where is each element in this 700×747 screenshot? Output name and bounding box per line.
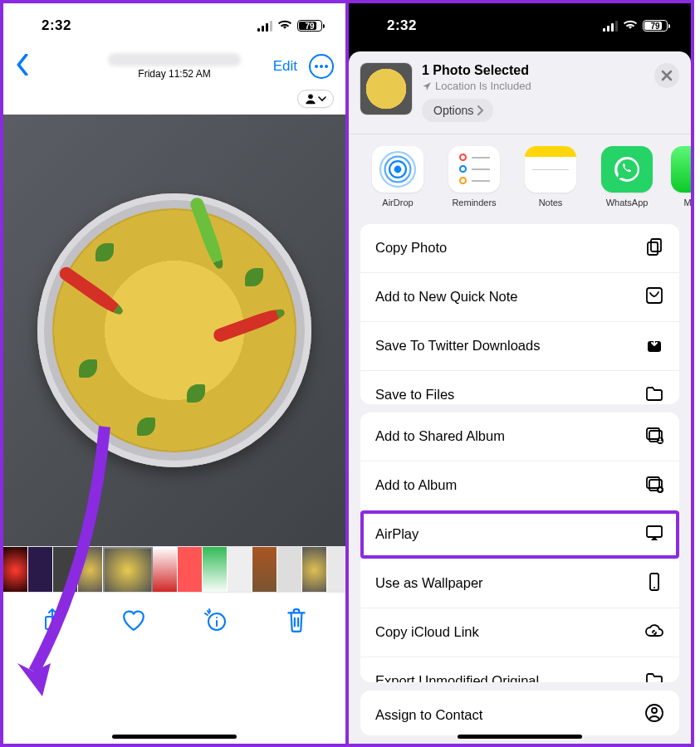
location-icon <box>422 81 432 91</box>
app-notes[interactable]: Notes <box>518 146 583 208</box>
status-indicators: 79 <box>603 18 668 33</box>
share-sheet-screen: 2:32 79 1 Photo Selected <box>347 0 694 747</box>
edit-button[interactable]: Edit <box>273 58 297 75</box>
svg-point-26 <box>652 708 657 713</box>
contact-icon <box>644 703 664 726</box>
folder-icon <box>644 670 664 683</box>
info-button[interactable] <box>203 608 228 632</box>
delete-button[interactable] <box>284 608 309 632</box>
svg-point-6 <box>394 165 402 173</box>
share-button[interactable] <box>40 608 65 632</box>
photo-nav-bar: Friday 11:52 AM Edit <box>3 48 345 85</box>
airplay-icon <box>644 523 664 546</box>
battery-icon: 79 <box>297 20 322 32</box>
home-indicator[interactable] <box>112 735 237 739</box>
album-add-icon <box>644 474 664 497</box>
action-export-orig[interactable]: Export Unmodified Original <box>360 657 679 683</box>
share-sheet-header: 1 Photo Selected Location Is Included Op… <box>349 51 691 130</box>
download-icon <box>644 334 664 358</box>
options-button[interactable]: Options <box>422 99 493 122</box>
app-whatsapp[interactable]: WhatsApp <box>595 146 659 208</box>
svg-point-24 <box>653 587 655 588</box>
battery-icon: 79 <box>643 20 668 32</box>
status-time: 2:32 <box>387 17 417 34</box>
cellular-icon <box>257 21 272 32</box>
phone-icon <box>644 572 664 595</box>
close-button[interactable] <box>654 63 679 88</box>
share-apps-row[interactable]: AirDrop Reminders Notes <box>349 134 691 216</box>
action-shared-album[interactable]: Add to Shared Album <box>360 413 679 461</box>
action-label: Copy Photo <box>375 240 447 256</box>
photo-content[interactable] <box>3 115 345 546</box>
svg-rect-22 <box>647 526 662 537</box>
thumbnail-strip[interactable] <box>3 546 345 593</box>
more-button[interactable] <box>309 54 334 79</box>
action-quick-note[interactable]: Add to New Quick Note <box>360 272 679 321</box>
quicknote-icon <box>644 286 664 309</box>
action-label: Add to Shared Album <box>375 428 505 444</box>
status-bar: 2:32 79 <box>3 3 345 48</box>
action-wallpaper[interactable]: Use as Wallpaper <box>360 559 679 608</box>
action-group-1: Copy PhotoAdd to New Quick NoteSave To T… <box>360 224 679 404</box>
people-tag-button[interactable] <box>297 90 334 108</box>
status-bar: 2:32 79 <box>349 3 691 48</box>
action-label: Save to Files <box>375 387 454 403</box>
action-save-files[interactable]: Save to Files <box>360 370 679 404</box>
action-label: Use as Wallpaper <box>375 575 483 591</box>
svg-rect-13 <box>647 288 662 303</box>
action-assign-contact[interactable]: Assign to Contact <box>360 691 679 735</box>
photo-toolbar <box>3 593 345 647</box>
app-reminders[interactable]: Reminders <box>442 146 507 208</box>
home-indicator[interactable] <box>458 735 582 739</box>
status-time: 2:32 <box>42 17 71 34</box>
folder-icon <box>644 383 664 404</box>
action-icloud-link[interactable]: Copy iCloud Link <box>360 608 679 657</box>
share-sheet-subtitle: Location Is Included <box>422 80 531 92</box>
action-label: Add to Album <box>375 477 457 493</box>
svg-rect-11 <box>651 239 661 251</box>
svg-point-3 <box>308 94 313 99</box>
photo-timestamp: Friday 11:52 AM <box>108 68 241 80</box>
app-airdrop[interactable]: AirDrop <box>365 146 430 208</box>
action-label: Assign to Contact <box>375 707 482 723</box>
action-group-2: Add to Shared AlbumAdd to AlbumAirPlayUs… <box>360 413 679 683</box>
photos-app-screen: 2:32 79 <box>0 0 347 747</box>
svg-point-18 <box>659 438 661 440</box>
svg-point-0 <box>315 65 318 68</box>
selected-photo-thumbnail <box>360 63 412 115</box>
action-add-album[interactable]: Add to Album <box>360 461 679 510</box>
action-airplay[interactable]: AirPlay <box>360 510 679 559</box>
action-label: AirPlay <box>375 526 419 542</box>
share-sheet: 1 Photo Selected Location Is Included Op… <box>349 51 691 744</box>
action-copy-photo[interactable]: Copy Photo <box>360 224 679 272</box>
redacted-title <box>108 53 241 66</box>
share-sheet-title: 1 Photo Selected <box>422 63 531 78</box>
svg-point-2 <box>325 65 328 68</box>
action-group-3: Assign to Contact <box>360 691 679 735</box>
action-label: Save To Twitter Downloads <box>375 338 540 354</box>
photo-title-area: Friday 11:52 AM <box>108 53 241 80</box>
action-label: Copy iCloud Link <box>375 624 479 640</box>
favorite-button[interactable] <box>121 608 146 632</box>
cellular-icon <box>603 21 618 32</box>
back-button[interactable] <box>15 54 30 79</box>
svg-point-1 <box>320 65 323 68</box>
action-label: Add to New Quick Note <box>375 289 518 305</box>
status-indicators: 79 <box>257 18 322 33</box>
svg-rect-12 <box>648 242 658 255</box>
cloud-link-icon <box>644 621 664 644</box>
wifi-icon <box>277 18 292 33</box>
album-shared-icon <box>644 425 664 448</box>
action-label: Export Unmodified Original <box>375 673 539 682</box>
app-messages[interactable]: M <box>671 146 691 208</box>
action-twitter-dl[interactable]: Save To Twitter Downloads <box>360 321 679 370</box>
wifi-icon <box>623 18 638 33</box>
copy-icon <box>644 237 664 260</box>
